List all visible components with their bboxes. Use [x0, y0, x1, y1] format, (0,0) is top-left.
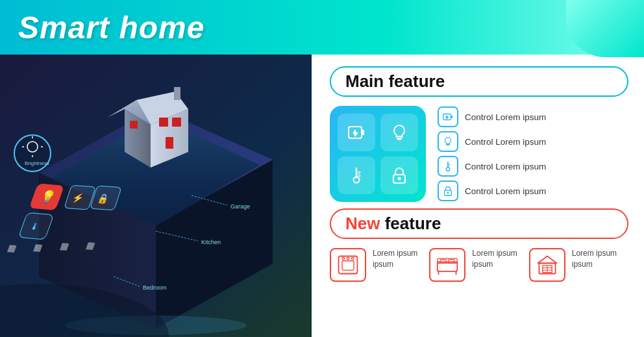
main-feature-content: Control Lorem ipsum Control Lorem ipsum — [330, 106, 628, 202]
svg-rect-26 — [166, 137, 173, 149]
temperature-grid-cell — [338, 156, 375, 194]
main-feature-icon-grid — [330, 106, 426, 202]
svg-text:Garage: Garage — [230, 203, 250, 210]
new-feature-item-3: Lorem ipsum ipsum — [529, 248, 617, 282]
main-feature-title: Main feature — [345, 71, 445, 91]
svg-rect-46 — [398, 138, 401, 140]
svg-point-55 — [447, 192, 449, 194]
svg-rect-51 — [451, 116, 453, 118]
svg-point-58 — [342, 257, 345, 260]
header-corner-decoration — [566, 0, 644, 57]
svg-rect-24 — [159, 118, 168, 127]
svg-rect-52 — [447, 144, 450, 145]
new-feature-title: New feature — [345, 214, 441, 233]
bed-icon-box — [429, 248, 465, 282]
feature-temperature-icon — [438, 156, 458, 177]
battery-grid-cell — [338, 114, 375, 151]
svg-rect-44 — [362, 130, 364, 135]
new-feature-content: Lorem ipsum ipsum — [330, 248, 628, 282]
bulb-grid-icon — [387, 120, 412, 145]
svg-rect-23 — [174, 87, 180, 100]
new-feature-item-1: Lorem ipsum ipsum — [330, 248, 417, 282]
main-feature-list: Control Lorem ipsum Control Lorem ipsum — [438, 106, 546, 201]
lock-grid-icon — [387, 163, 412, 188]
feature-bulb-icon — [438, 131, 458, 152]
feature-list-item-2: Control Lorem ipsum — [438, 131, 546, 152]
svg-point-59 — [347, 257, 349, 260]
new-feature-item-2: Lorem ipsum ipsum — [429, 248, 517, 282]
svg-marker-67 — [538, 256, 556, 264]
svg-rect-63 — [441, 260, 447, 263]
new-feature-text-1: Lorem ipsum ipsum — [373, 248, 417, 270]
feature-text-2: Control Lorem ipsum — [465, 137, 546, 147]
lock-grid-cell — [380, 156, 418, 194]
bed-icon — [436, 253, 459, 277]
app-container: Smart home — [0, 0, 644, 337]
svg-text:Brightness: Brightness — [25, 160, 49, 166]
feature-text-3: Control Lorem ipsum — [465, 162, 546, 171]
feature-lock-icon — [438, 181, 458, 201]
smart-home-illustration: 💡 ⚡ 🔒 🌡 ⬜ ⬜ ⬜ ⬜ — [0, 55, 312, 337]
feature-battery-icon — [438, 106, 458, 127]
illustration-panel: 💡 ⚡ 🔒 🌡 ⬜ ⬜ ⬜ ⬜ — [0, 55, 312, 337]
header: Smart home — [0, 0, 644, 55]
svg-rect-27 — [130, 121, 138, 129]
svg-point-60 — [351, 257, 354, 260]
body: 💡 ⚡ 🔒 🌡 ⬜ ⬜ ⬜ ⬜ — [0, 55, 644, 337]
main-feature-title-box: Main feature — [330, 66, 628, 97]
oven-icon-box — [330, 248, 366, 282]
feature-list-item-1: Control Lorem ipsum — [438, 106, 546, 127]
right-panel: Main feature — [312, 55, 644, 337]
oven-icon — [336, 253, 360, 277]
feature-text-1: Control Lorem ipsum — [465, 112, 546, 122]
feature-list-item-3: Control Lorem ipsum — [438, 156, 546, 177]
new-feature-text-2: Lorem ipsum ipsum — [472, 248, 517, 270]
battery-grid-icon — [344, 120, 369, 145]
feature-list-item-4: Control Lorem ipsum — [438, 181, 546, 201]
svg-text:Bedroom: Bedroom — [143, 284, 167, 291]
bulb-grid-cell — [380, 114, 418, 151]
garage-icon-box — [529, 248, 565, 282]
new-feature-title-box: New feature — [330, 208, 628, 239]
feature-text-4: Control Lorem ipsum — [465, 186, 546, 196]
svg-point-49 — [398, 177, 401, 181]
new-feature-text-3: Lorem ipsum ipsum — [572, 248, 617, 270]
svg-rect-25 — [172, 118, 181, 127]
app-title: Smart home — [18, 10, 204, 45]
svg-text:Kitchen: Kitchen — [201, 239, 221, 245]
svg-rect-64 — [449, 260, 454, 263]
garage-icon — [536, 253, 559, 277]
svg-rect-56 — [339, 256, 358, 274]
svg-rect-57 — [342, 261, 354, 270]
temperature-grid-icon — [344, 163, 369, 188]
